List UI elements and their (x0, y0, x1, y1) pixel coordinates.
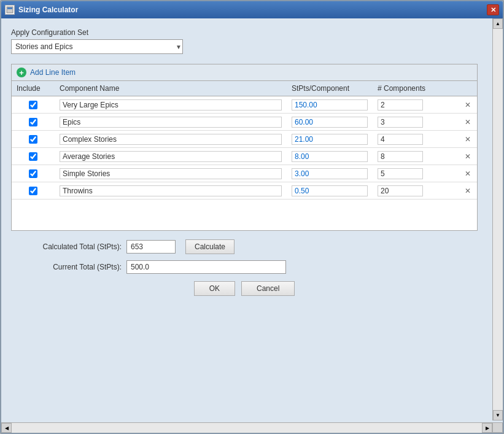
row-4-name-input[interactable] (60, 168, 282, 179)
row-1-delete-button[interactable]: ✕ (459, 117, 477, 128)
current-total-label: Current Total (StPts): (17, 263, 122, 271)
row-4-include-cell (12, 168, 55, 179)
row-5-include-cell (12, 185, 55, 196)
row-4-count-cell (373, 167, 459, 180)
row-2-checkbox[interactable] (29, 135, 37, 144)
row-3-count-cell (373, 150, 459, 163)
table-row: ✕ (12, 114, 477, 131)
scroll-track-vertical (493, 29, 503, 410)
ok-button[interactable]: OK (194, 281, 235, 296)
close-button[interactable]: ✕ (487, 4, 499, 15)
table-header: Include Component Name StPts/Component #… (12, 81, 477, 96)
row-2-stpts-cell (287, 133, 373, 146)
row-4-count-input[interactable] (378, 168, 423, 179)
row-1-count-input[interactable] (378, 117, 423, 128)
scroll-up-btn[interactable]: ▲ (493, 18, 503, 29)
row-5-name-input[interactable] (60, 185, 282, 196)
scroll-right-btn[interactable]: ▶ (482, 423, 492, 433)
row-2-include-cell (12, 134, 55, 145)
row-0-stpts-input[interactable] (292, 99, 368, 110)
row-2-delete-button[interactable]: ✕ (459, 134, 477, 145)
calc-total-input[interactable] (126, 240, 176, 254)
row-3-include-cell (12, 151, 55, 162)
row-1-include-cell (12, 117, 55, 128)
horizontal-scrollbar[interactable]: ◀ ▶ (1, 422, 492, 433)
header-include: Include (12, 83, 55, 94)
config-dropdown[interactable]: Stories and Epics Simple Projects Custom (11, 39, 183, 54)
add-icon: + (17, 68, 26, 77)
table-row: ✕ (12, 182, 477, 200)
table-row: ✕ (12, 148, 477, 165)
row-0-name-input[interactable] (60, 99, 282, 110)
calculate-button[interactable]: Calculate (185, 239, 235, 254)
row-3-name-cell (55, 150, 287, 163)
row-1-name-cell (55, 115, 287, 129)
cancel-button[interactable]: Cancel (241, 281, 295, 296)
calc-total-row: Calculated Total (StPts): Calculate (17, 239, 471, 254)
svg-rect-1 (7, 7, 12, 9)
row-5-checkbox[interactable] (29, 187, 37, 195)
add-line-item-button[interactable]: Add Line Item (30, 68, 76, 77)
main-content: Apply Configuration Set Stories and Epic… (1, 18, 492, 422)
table-empty-area (12, 200, 477, 230)
row-1-stpts-cell (287, 115, 373, 129)
table-row: ✕ (12, 165, 477, 182)
header-delete (459, 83, 477, 94)
row-5-stpts-input[interactable] (292, 185, 368, 196)
main-window: Sizing Calculator ✕ ▲ ▼ ◀ ▶ Apply Config… (0, 0, 504, 434)
row-1-stpts-input[interactable] (292, 117, 368, 128)
row-0-delete-button[interactable]: ✕ (459, 99, 477, 110)
bottom-section: Calculated Total (StPts): Calculate Curr… (11, 239, 478, 296)
row-5-name-cell (55, 184, 287, 198)
scrollbar-corner (492, 422, 503, 433)
row-1-checkbox[interactable] (29, 118, 37, 126)
row-0-count-input[interactable] (378, 99, 423, 110)
row-3-checkbox[interactable] (29, 152, 37, 161)
row-0-stpts-cell (287, 98, 373, 112)
row-1-count-cell (373, 115, 459, 129)
header-stpts: StPts/Component (287, 83, 373, 94)
row-4-delete-button[interactable]: ✕ (459, 168, 477, 179)
row-5-count-input[interactable] (378, 185, 423, 196)
current-total-input[interactable] (126, 260, 286, 274)
config-label: Apply Configuration Set (11, 28, 478, 37)
table-row: ✕ (12, 96, 477, 114)
row-3-name-input[interactable] (60, 151, 282, 162)
row-2-stpts-input[interactable] (292, 134, 368, 145)
table-toolbar: + Add Line Item (12, 64, 477, 81)
scroll-down-btn[interactable]: ▼ (493, 410, 503, 420)
row-3-count-input[interactable] (378, 151, 423, 162)
config-dropdown-wrapper: Stories and Epics Simple Projects Custom… (11, 39, 183, 54)
dialog-buttons: OK Cancel (17, 281, 471, 296)
row-0-count-cell (373, 98, 459, 112)
title-bar-text: Sizing Calculator (18, 6, 487, 14)
window-icon (5, 5, 15, 15)
row-4-stpts-input[interactable] (292, 168, 368, 179)
row-3-delete-button[interactable]: ✕ (459, 151, 477, 162)
row-2-name-cell (55, 133, 287, 146)
title-bar: Sizing Calculator ✕ (1, 1, 503, 18)
config-section: Apply Configuration Set Stories and Epic… (11, 28, 478, 54)
row-5-stpts-cell (287, 184, 373, 198)
row-2-count-input[interactable] (378, 134, 423, 145)
row-0-checkbox[interactable] (29, 101, 37, 109)
table-row: ✕ (12, 131, 477, 148)
header-component-name: Component Name (55, 83, 287, 94)
scroll-track-horizontal (12, 423, 482, 433)
row-1-name-input[interactable] (60, 117, 282, 128)
row-4-name-cell (55, 167, 287, 180)
row-5-delete-button[interactable]: ✕ (459, 185, 477, 196)
row-2-name-input[interactable] (60, 134, 282, 145)
vertical-scrollbar[interactable]: ▲ ▼ (492, 18, 503, 420)
row-2-count-cell (373, 133, 459, 146)
calc-total-label: Calculated Total (StPts): (17, 242, 122, 251)
row-0-name-cell (55, 98, 287, 112)
line-items-table: + Add Line Item Include Component Name S… (11, 64, 478, 231)
row-3-stpts-cell (287, 150, 373, 163)
row-4-stpts-cell (287, 167, 373, 180)
header-components: # Components (373, 83, 459, 94)
row-3-stpts-input[interactable] (292, 151, 368, 162)
row-5-count-cell (373, 184, 459, 198)
row-4-checkbox[interactable] (29, 169, 37, 178)
scroll-left-btn[interactable]: ◀ (1, 423, 12, 433)
